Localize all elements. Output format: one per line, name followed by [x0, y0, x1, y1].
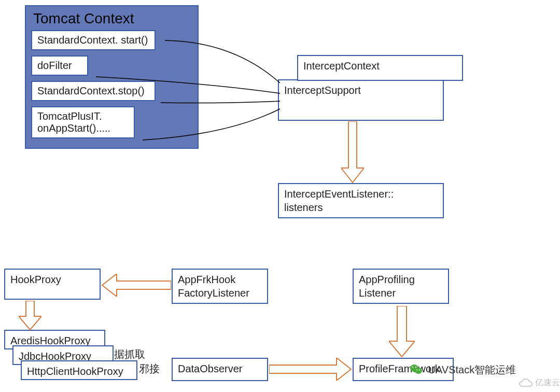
box-standard-context-stop: StandardContext.stop() [31, 81, 156, 101]
cloud-icon [519, 378, 533, 388]
svg-point-3 [415, 367, 416, 368]
box-hook-proxy: HookProxy [4, 269, 101, 300]
wechat-icon [410, 363, 423, 377]
arrow-intercept-support-to-listener [341, 121, 364, 184]
box-intercept-context: InterceptContext [297, 55, 463, 81]
box-dofilter: doFilter [31, 55, 88, 76]
svg-point-4 [416, 370, 417, 371]
arrow-hookproxy-to-aredis [19, 301, 41, 331]
arrow-appprofiling-to-profileframework [389, 306, 415, 358]
svg-point-1 [415, 368, 422, 374]
container-title: Tomcat Context [31, 10, 192, 27]
box-tomcat-plus-it: TomcatPlusIT. onAppStart()..... [31, 106, 135, 138]
arrow-appfrk-to-hookproxy [101, 274, 171, 297]
box-http-client-hook-proxy: HttpClientHookProxy [21, 360, 137, 380]
box-data-observer: DataObserver [172, 358, 268, 381]
svg-point-5 [419, 370, 420, 371]
box-app-frk-hook: AppFrkHook FactoryListener [172, 269, 268, 304]
box-intercept-support: InterceptSupport [278, 79, 444, 121]
watermark-uavstack-label: UAVStack智能运维 [428, 364, 516, 375]
box-intercept-event-listener: InterceptEventListener:: listeners [278, 183, 444, 218]
annotation-text1: 据抓取 [114, 347, 145, 361]
box-app-profiling: AppProfiling Listener [353, 269, 449, 304]
watermark-yisu: 亿速云 [519, 377, 560, 388]
watermark-yisu-label: 亿速云 [535, 377, 560, 388]
watermark-uavstack: UAVStack智能运维 [410, 363, 516, 377]
arrow-dataobserver-to-profileframework [269, 358, 352, 381]
svg-point-2 [412, 367, 413, 368]
annotation-text2: 邪接 [139, 362, 160, 376]
box-standard-context-start: StandardContext. start() [31, 30, 156, 50]
tomcat-context-container: Tomcat Context StandardContext. start() … [25, 5, 199, 149]
